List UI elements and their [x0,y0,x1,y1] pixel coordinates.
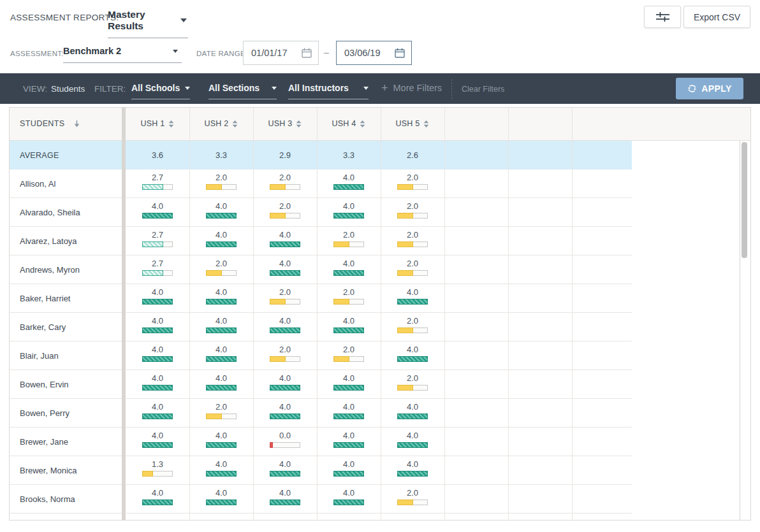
sort-arrows-icon [296,120,302,127]
student-name[interactable]: Baker, Harriet [20,294,70,303]
score-value: 2.0 [381,230,444,240]
score-bar [397,241,428,247]
score-bar [206,385,237,391]
apply-button[interactable]: APPLY [676,78,743,99]
col-header-ush-1[interactable]: USH 1 [126,119,189,128]
score-cell: 4.0 [253,316,317,333]
score-value: 4.0 [381,402,444,412]
score-bar [270,471,300,477]
date-range-label: DATE RANGE [196,50,245,57]
student-name[interactable]: Brewer, Monica [20,466,77,475]
score-value: 2.0 [253,201,317,211]
score-cell: 4.0 [189,316,253,333]
student-name[interactable]: Bowen, Perry [20,408,69,418]
partial-row [10,514,632,520]
score-bar [270,500,300,505]
score-bar [397,385,428,391]
score-cell: 4.0 [126,316,189,333]
schools-filter-dropdown[interactable]: All Schools [131,83,190,99]
assessment-dropdown[interactable]: Benchmark 2 [63,46,182,63]
score-cell: 2.0 [381,373,444,391]
score-cell: 2.0 [381,173,444,190]
sections-filter-dropdown[interactable]: All Sections [208,83,277,99]
score-bar [333,270,364,276]
more-filters-button[interactable]: + More Filters [381,83,442,93]
date-start-input[interactable]: 01/01/17 [243,41,319,65]
schools-filter-value: All Schools [131,83,180,93]
col-header-ush-3[interactable]: USH 3 [253,119,317,128]
clear-filters-button[interactable]: Clear Filters [462,85,504,94]
score-value: 2.0 [381,373,444,383]
student-name[interactable]: Andrews, Myron [20,265,80,275]
score-bar [142,356,173,362]
student-name[interactable]: Barker, Cary [20,322,66,332]
instructors-filter-dropdown[interactable]: All Instructors [288,83,369,99]
table-gridline [572,108,573,521]
score-cell: 2.0 [253,345,317,362]
score-value: 2.7 [126,259,189,268]
score-cell: 4.0 [126,431,189,448]
score-cell: 2.0 [253,173,317,190]
filter-label: FILTER: [94,84,126,94]
score-cell: 4.0 [381,431,444,448]
score-cell: 2.0 [253,287,317,305]
score-cell: 4.0 [253,459,317,477]
score-bar [270,413,300,419]
score-value: 4.0 [317,373,381,383]
student-name[interactable]: Brewer, Jane [20,437,68,447]
score-cell: 2.0 [317,230,381,247]
export-csv-button[interactable]: Export CSV [683,6,750,28]
score-cell: 2.7 [126,173,189,190]
student-row: Blair, Juan4.04.02.02.04.0 [10,341,632,370]
scrollbar-thumb[interactable] [742,142,747,258]
average-value: 2.9 [253,150,317,160]
score-cell: 4.0 [189,459,253,477]
student-name[interactable]: Alvarado, Sheila [20,208,80,217]
score-bar [142,213,173,219]
student-name[interactable]: Brooks, Norma [20,494,75,504]
score-value: 4.0 [189,459,253,469]
score-value: 4.0 [317,201,381,211]
student-name[interactable]: Allison, Al [20,179,55,189]
score-value: 4.0 [381,287,444,297]
score-value: 4.0 [126,345,189,354]
score-cell: 2.0 [317,345,381,362]
score-bar [397,299,428,305]
date-end-input[interactable]: 03/06/19 [336,41,412,65]
average-row-label: AVERAGE [20,151,59,160]
date-end-value: 03/06/19 [344,48,380,58]
score-bar [333,241,364,247]
student-row: Alvarado, Sheila4.04.02.04.02.0 [10,198,632,227]
score-bar [206,327,237,333]
score-cell: 4.0 [317,402,381,419]
score-bar [206,356,237,362]
score-value: 2.0 [381,488,444,498]
score-value: 4.0 [126,402,189,412]
score-value: 4.0 [126,287,189,297]
score-cell: 4.0 [189,345,253,362]
score-bar [270,184,300,190]
col-header-ush-2[interactable]: USH 2 [189,119,253,128]
score-bar [270,327,300,333]
score-value: 4.0 [253,259,317,268]
score-value: 4.0 [126,316,189,326]
score-value: 4.0 [126,373,189,383]
score-value: 4.0 [253,230,317,240]
student-name[interactable]: Bowen, Ervin [20,380,69,389]
students-column-header[interactable]: STUDENTS [20,119,80,128]
score-value: 4.0 [189,431,253,440]
col-header-ush-4[interactable]: USH 4 [317,119,381,128]
view-value: Students [51,84,85,94]
settings-button[interactable] [644,6,681,28]
student-name[interactable]: Blair, Juan [20,351,59,361]
reports-dropdown[interactable]: Mastery Results [108,9,188,38]
score-value: 2.0 [317,287,381,297]
student-name[interactable]: Alvarez, Latoya [20,236,77,246]
score-cell: 4.0 [381,402,444,419]
score-value: 4.0 [126,201,189,211]
col-header-ush-5[interactable]: USH 5 [381,119,444,128]
score-bar [333,471,364,477]
score-cell: 4.0 [317,431,381,448]
score-cell: 4.0 [381,287,444,305]
score-value: 4.0 [253,316,317,326]
